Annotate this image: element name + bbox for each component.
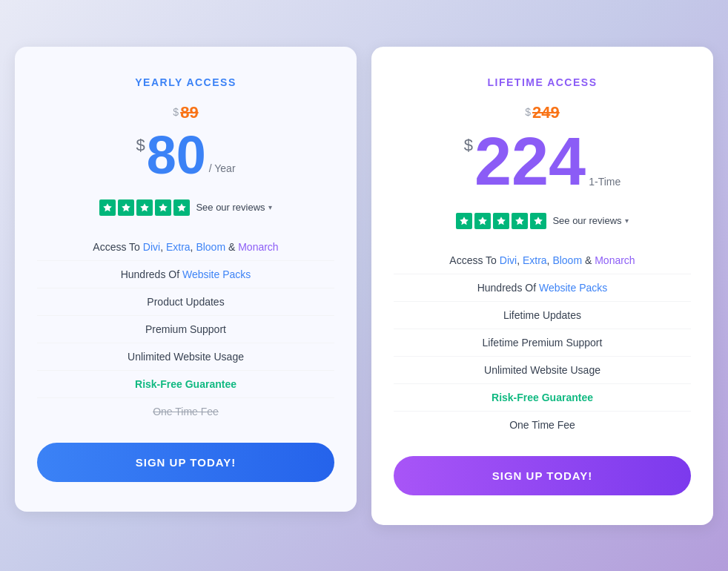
lt-star-1 — [456, 213, 472, 229]
lt-monarch-link[interactable]: Monarch — [595, 254, 635, 266]
lifetime-reviews-link[interactable]: See our reviews ▾ — [552, 215, 628, 226]
yearly-feature-support: Premium Support — [37, 316, 334, 343]
yearly-card: YEARLY ACCESS $ 89 $ 80 / Year — [15, 47, 357, 512]
lifetime-feature-onetime: One Time Fee — [394, 412, 691, 438]
lifetime-feature-guarantee: Risk-Free Guarantee — [394, 384, 691, 412]
yearly-period: / Year — [209, 162, 236, 174]
lifetime-amount: 224 — [474, 128, 586, 195]
website-packs-link[interactable]: Website Packs — [182, 268, 251, 280]
yearly-current-price: $ 80 / Year — [37, 128, 334, 182]
lifetime-dollar-sign: $ — [464, 136, 473, 155]
yearly-orig-dollar: $ — [173, 106, 179, 118]
lifetime-current-price: $ 224 1-Time — [394, 128, 691, 195]
yearly-feature-packs: Hundreds Of Website Packs — [37, 261, 334, 288]
yearly-feature-updates: Product Updates — [37, 288, 334, 316]
yearly-stars — [99, 199, 190, 216]
lt-star-3 — [493, 213, 509, 229]
yearly-reviews-text: See our reviews — [196, 202, 265, 213]
yearly-strike-price: 89 — [180, 103, 198, 122]
yearly-feature-onetime: One Time Fee — [37, 398, 334, 425]
yearly-onetime-text: One Time Fee — [153, 406, 219, 417]
lifetime-feature-access: Access To Divi, Extra, Bloom & Monarch — [394, 247, 691, 274]
star-1 — [99, 199, 116, 216]
yearly-plan-title: YEARLY ACCESS — [37, 76, 334, 88]
monarch-link[interactable]: Monarch — [238, 241, 278, 253]
lt-star-5 — [530, 213, 546, 229]
lifetime-card: LIFETIME ACCESS $ 249 $ 224 1-Time — [371, 47, 713, 525]
lt-bloom-link[interactable]: Bloom — [552, 254, 582, 266]
lifetime-stars — [456, 213, 546, 229]
lt-star-2 — [474, 213, 491, 229]
lifetime-trustpilot-row: See our reviews ▾ — [394, 213, 691, 229]
lt-website-packs-link[interactable]: Website Packs — [539, 282, 607, 294]
yearly-feature-guarantee: Risk-Free Guarantee — [37, 371, 334, 398]
lifetime-signup-button[interactable]: SIGN UP TODAY! — [394, 456, 691, 495]
lifetime-plan-title: LIFETIME ACCESS — [394, 76, 691, 88]
yearly-amount: 80 — [147, 128, 206, 182]
extra-link[interactable]: Extra — [166, 241, 191, 253]
lifetime-reviews-text: See our reviews — [552, 215, 621, 226]
lt-extra-link[interactable]: Extra — [523, 254, 547, 266]
lifetime-period: 1-Time — [589, 176, 621, 188]
lifetime-feature-packs: Hundreds Of Website Packs — [394, 274, 691, 302]
yearly-features-list: Access To Divi, Extra, Bloom & Monarch H… — [37, 234, 334, 425]
lifetime-features-list: Access To Divi, Extra, Bloom & Monarch H… — [394, 247, 691, 438]
yearly-signup-button[interactable]: SIGN UP TODAY! — [37, 443, 334, 482]
yearly-chevron-down-icon: ▾ — [268, 203, 272, 211]
lifetime-feature-support: Lifetime Premium Support — [394, 329, 691, 357]
lifetime-guarantee-text: Risk-Free Guarantee — [492, 392, 593, 403]
bloom-link[interactable]: Bloom — [196, 241, 225, 253]
lifetime-feature-updates: Lifetime Updates — [394, 302, 691, 329]
lifetime-original-price: $ 249 — [394, 103, 691, 122]
yearly-trustpilot-row: See our reviews ▾ — [37, 199, 334, 216]
lt-divi-link[interactable]: Divi — [500, 254, 517, 266]
star-2 — [118, 199, 134, 216]
yearly-feature-unlimited: Unlimited Website Usage — [37, 343, 334, 371]
pricing-wrapper: YEARLY ACCESS $ 89 $ 80 / Year — [15, 47, 713, 525]
lt-star-4 — [512, 213, 528, 229]
yearly-original-price: $ 89 — [37, 103, 334, 122]
divi-link[interactable]: Divi — [143, 241, 160, 253]
lifetime-feature-unlimited: Unlimited Website Usage — [394, 357, 691, 384]
star-4 — [155, 199, 171, 216]
yearly-feature-access: Access To Divi, Extra, Bloom & Monarch — [37, 234, 334, 261]
star-3 — [136, 199, 153, 216]
lifetime-strike-price: 249 — [532, 103, 560, 122]
yearly-dollar-sign: $ — [136, 136, 145, 155]
star-5 — [173, 199, 190, 216]
lifetime-chevron-down-icon: ▾ — [625, 217, 629, 225]
yearly-guarantee-text: Risk-Free Guarantee — [135, 378, 236, 390]
yearly-reviews-link[interactable]: See our reviews ▾ — [196, 202, 271, 213]
lifetime-orig-dollar: $ — [525, 106, 531, 118]
